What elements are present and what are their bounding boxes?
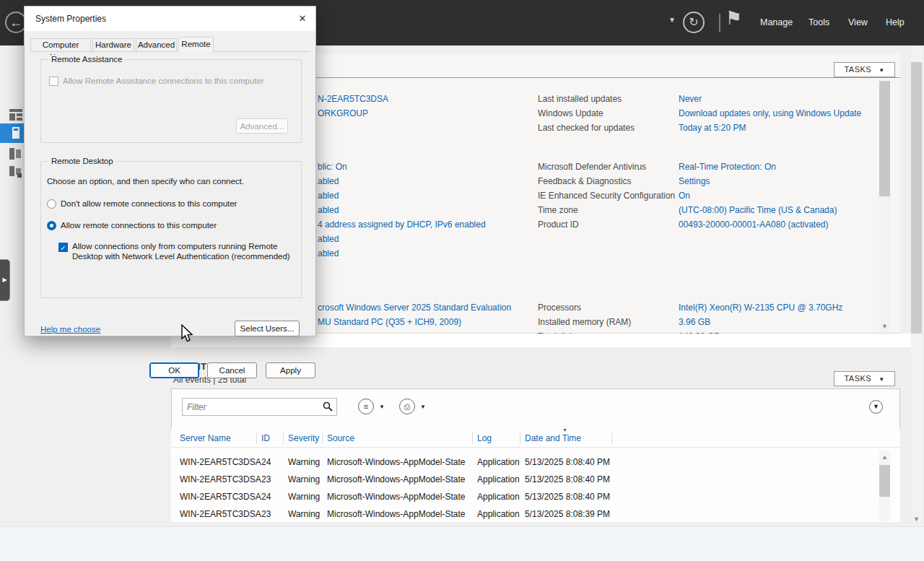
property-value-link[interactable]: abled [318, 203, 339, 217]
nla-checkbox-label-line1[interactable]: Allow connections only from computers ru… [72, 242, 277, 251]
notifications-flag-icon[interactable]: ⚑ [725, 7, 742, 30]
close-icon[interactable]: ✕ [295, 12, 310, 26]
property-value-link[interactable]: Real-Time Protection: On [679, 160, 776, 174]
property-value-link[interactable]: abled [318, 188, 339, 203]
allow-remote-radio[interactable] [47, 221, 56, 230]
search-icon[interactable] [323, 401, 333, 412]
event-cell: WIN-2EAR5TC3DSA [180, 453, 261, 471]
column-header-id[interactable]: ID [261, 429, 270, 448]
chevron-down-icon[interactable]: ▼ [668, 16, 676, 24]
events-scrollbar-thumb[interactable] [879, 465, 890, 497]
events-table-header: Server NameIDSeveritySourceLogDate and T… [171, 429, 900, 448]
event-row[interactable]: WIN-2EAR5TC3DSA24WarningMicrosoft-Window… [171, 488, 879, 505]
taskbar: Search 5:29 PM 5/13/2025 [0, 526, 924, 561]
event-row[interactable]: WIN-2EAR5TC3DSA23WarningMicrosoft-Window… [171, 471, 879, 488]
property-label: Processors [538, 300, 581, 315]
column-header-source[interactable]: Source [327, 429, 354, 448]
chevron-down-icon[interactable]: ▼ [420, 404, 426, 410]
events-tasks-button[interactable]: TASKS▼ [834, 371, 895, 386]
advanced-button: Advanced... [236, 118, 288, 134]
menu-tools[interactable]: Tools [808, 17, 829, 27]
event-cell: Warning [288, 453, 320, 471]
mouse-cursor [179, 324, 195, 343]
page-scroll-down-icon[interactable]: ▼ [911, 513, 922, 526]
properties-tasks-button[interactable]: TASKS▼ [834, 62, 895, 77]
group-legend: Remote Desktop [48, 157, 116, 165]
event-cell: WIN-2EAR5TC3DSA [180, 471, 261, 488]
property-label: Microsoft Defender Antivirus [538, 160, 646, 174]
column-header-severity[interactable]: Severity [288, 429, 319, 448]
event-cell: Microsoft-Windows-AppModel-State [327, 471, 465, 488]
filter-input[interactable] [187, 401, 317, 413]
ok-button[interactable]: OK [149, 362, 199, 378]
property-value-link[interactable]: 00493-20000-00001-AA080 (activated) [679, 217, 828, 232]
apply-button[interactable]: Apply [266, 362, 315, 378]
property-value-link[interactable]: abled [318, 232, 339, 246]
help-me-choose-link[interactable]: Help me choose [40, 325, 100, 334]
menu-help[interactable]: Help [886, 17, 905, 27]
property-value-link[interactable]: abled [318, 246, 339, 261]
property-value-link[interactable]: N-2EAR5TC3DSA [318, 92, 388, 106]
tab-hardware[interactable]: Hardware [92, 38, 134, 51]
column-separator [611, 432, 612, 444]
tab-computer-name[interactable]: Computer Name [30, 38, 91, 51]
event-cell: WIN-2EAR5TC3DSA [180, 488, 261, 505]
remote-assistance-checkbox-label: Allow Remote Assistance connections to t… [63, 77, 264, 85]
system-properties-dialog: System Properties ✕ Computer NameHardwar… [24, 6, 316, 336]
collapse-events-icon[interactable]: ▼ [869, 400, 883, 414]
properties-scroll-down-icon[interactable]: ▼ [879, 321, 890, 332]
chevron-down-icon: ▼ [879, 67, 884, 74]
property-value-link[interactable]: Intel(R) Xeon(R) W-2135 CPU @ 3.70GHz [679, 300, 842, 315]
property-value-link[interactable]: (UTC-08:00) Pacific Time (US & Canada) [679, 203, 837, 217]
nla-checkbox[interactable]: ✓ [58, 243, 68, 252]
dont-allow-radio[interactable] [47, 199, 56, 209]
property-value-link[interactable]: MU Standard PC (Q35 + ICH9, 2009) [318, 315, 461, 329]
all-servers-icon[interactable] [9, 148, 22, 160]
tasks-label: TASKS [844, 374, 871, 383]
flyout-handle[interactable]: ▶ [0, 259, 10, 301]
property-value-link[interactable]: Settings [679, 174, 710, 188]
property-value-link[interactable]: 3.96 GB [679, 315, 710, 329]
menu-manage[interactable]: Manage [760, 17, 793, 27]
tab-remote[interactable]: Remote [178, 37, 214, 52]
event-cell: Warning [288, 471, 320, 488]
event-cell: Application [477, 453, 520, 471]
page-scrollbar-thumb[interactable] [911, 62, 922, 334]
sort-descending-icon: ▼ [562, 427, 567, 432]
menu-view[interactable]: View [848, 17, 868, 27]
remote-assistance-checkbox [49, 77, 58, 86]
column-header-log[interactable]: Log [477, 429, 492, 448]
property-value-link[interactable]: abled [318, 174, 339, 188]
remote-desktop-intro: Choose an option, and then specify who c… [47, 177, 244, 186]
dont-allow-radio-label[interactable]: Don't allow remote connections to this c… [61, 199, 237, 208]
allow-remote-radio-label[interactable]: Allow remote connections to this compute… [61, 221, 217, 230]
properties-scrollbar-thumb[interactable] [879, 81, 890, 196]
event-cell: 5/13/2025 8:08:40 PM [525, 453, 610, 471]
chevron-down-icon: ▼ [879, 376, 884, 383]
property-value-link[interactable]: Download updates only, using Windows Upd… [679, 106, 861, 121]
select-users-button[interactable]: Select Users... [235, 321, 300, 336]
property-value-link[interactable]: Today at 5:20 PM [679, 121, 746, 135]
property-label: Feedback & Diagnostics [538, 174, 631, 188]
events-scroll-up-icon[interactable]: ▲ [879, 452, 890, 462]
event-row[interactable]: WIN-2EAR5TC3DSA24WarningMicrosoft-Window… [171, 453, 879, 471]
tab-advanced[interactable]: Advanced [136, 38, 177, 51]
event-row[interactable]: WIN-2EAR5TC3DSA23WarningMicrosoft-Window… [171, 505, 879, 523]
refresh-icon[interactable]: ↻ [683, 12, 705, 33]
column-header-server-name[interactable]: Server Name [180, 429, 231, 448]
nla-checkbox-label-line2[interactable]: Desktop with Network Level Authenticatio… [72, 252, 290, 261]
dialog-titlebar[interactable]: System Properties ✕ [25, 6, 315, 31]
property-value-link[interactable]: 4 address assigned by DHCP, IPv6 enabled [318, 217, 486, 232]
events-query-icon[interactable]: ≡ [358, 399, 374, 414]
chevron-down-icon[interactable]: ▼ [379, 404, 385, 410]
property-value-link[interactable]: crosoft Windows Server 2025 Standard Eva… [318, 300, 511, 315]
property-value-link[interactable]: blic: On [318, 160, 347, 174]
property-value-link[interactable]: ORKGROUP [318, 106, 368, 121]
property-value-link[interactable]: Never [679, 92, 702, 106]
cancel-button[interactable]: Cancel [207, 362, 257, 378]
group-legend: Remote Assistance [48, 55, 125, 64]
events-filter [182, 398, 337, 416]
column-header-date-and-time[interactable]: Date and Time [525, 429, 581, 448]
property-value-link[interactable]: On [679, 188, 690, 203]
save-query-icon[interactable]: ⎙ [399, 399, 415, 414]
